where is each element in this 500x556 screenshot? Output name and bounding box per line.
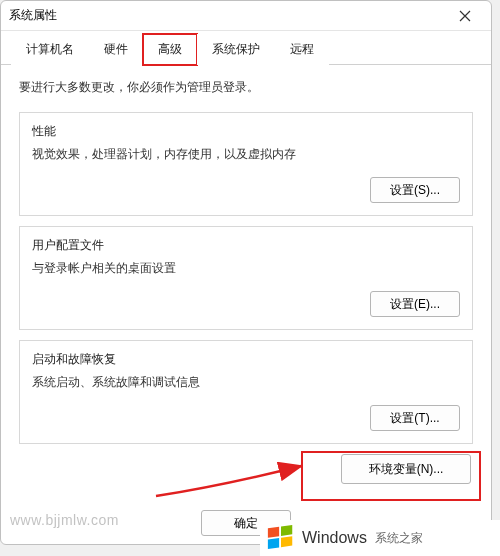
group-user-profile-desc: 与登录帐户相关的桌面设置 bbox=[32, 260, 460, 277]
watermark-url: www.bjjmlw.com bbox=[10, 512, 119, 528]
group-user-profile-legend: 用户配置文件 bbox=[32, 237, 460, 254]
environment-variables-button[interactable]: 环境变量(N)... bbox=[341, 454, 471, 484]
svg-rect-3 bbox=[281, 536, 292, 547]
user-profile-settings-button[interactable]: 设置(E)... bbox=[370, 291, 460, 317]
svg-rect-1 bbox=[281, 525, 292, 536]
tab-hardware[interactable]: 硬件 bbox=[89, 34, 143, 65]
group-startup-legend: 启动和故障恢复 bbox=[32, 351, 460, 368]
brand-bar: Windows 系统之家 bbox=[260, 520, 500, 556]
close-button[interactable] bbox=[447, 3, 483, 29]
windows-logo-icon bbox=[266, 523, 296, 553]
svg-rect-2 bbox=[268, 538, 279, 549]
group-performance-desc: 视觉效果，处理器计划，内存使用，以及虚拟内存 bbox=[32, 146, 460, 163]
group-startup-recovery: 启动和故障恢复 系统启动、系统故障和调试信息 设置(T)... bbox=[19, 340, 473, 444]
window-title: 系统属性 bbox=[9, 7, 57, 24]
performance-settings-button[interactable]: 设置(S)... bbox=[370, 177, 460, 203]
brand-sub: 系统之家 bbox=[375, 530, 423, 547]
close-icon bbox=[459, 10, 471, 22]
tab-computer-name[interactable]: 计算机名 bbox=[11, 34, 89, 65]
tab-advanced[interactable]: 高级 bbox=[143, 34, 197, 65]
tab-content: 要进行大多数更改，你必须作为管理员登录。 性能 视觉效果，处理器计划，内存使用，… bbox=[1, 65, 491, 492]
group-user-profile: 用户配置文件 与登录帐户相关的桌面设置 设置(E)... bbox=[19, 226, 473, 330]
admin-note: 要进行大多数更改，你必须作为管理员登录。 bbox=[19, 79, 473, 96]
tab-strip: 计算机名 硬件 高级 系统保护 远程 bbox=[1, 33, 491, 65]
startup-settings-button[interactable]: 设置(T)... bbox=[370, 405, 460, 431]
system-properties-window: 系统属性 计算机名 硬件 高级 系统保护 远程 要进行大多数更改，你必须作为管理… bbox=[0, 0, 492, 545]
group-performance: 性能 视觉效果，处理器计划，内存使用，以及虚拟内存 设置(S)... bbox=[19, 112, 473, 216]
svg-rect-0 bbox=[268, 527, 279, 538]
titlebar: 系统属性 bbox=[1, 1, 491, 31]
group-startup-desc: 系统启动、系统故障和调试信息 bbox=[32, 374, 460, 391]
group-performance-legend: 性能 bbox=[32, 123, 460, 140]
tab-system-protection[interactable]: 系统保护 bbox=[197, 34, 275, 65]
brand-text: Windows bbox=[302, 529, 367, 547]
tab-remote[interactable]: 远程 bbox=[275, 34, 329, 65]
env-row: 环境变量(N)... bbox=[19, 454, 473, 484]
